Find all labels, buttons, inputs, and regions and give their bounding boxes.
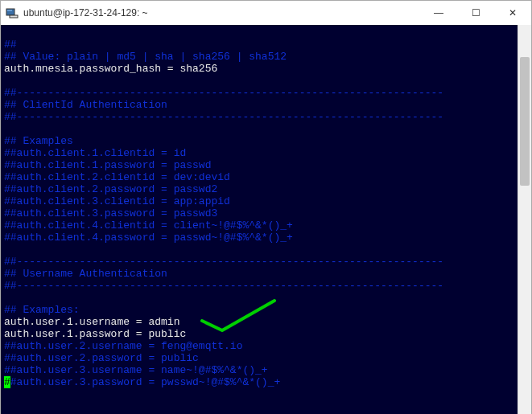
svg-rect-1 (10, 15, 18, 18)
term-line: ##auth.client.4.password = passwd~!@#$%^… (4, 232, 293, 244)
window-title: ubuntu@ip-172-31-24-129: ~ (23, 7, 148, 18)
scrollbar[interactable] (518, 25, 531, 414)
term-line: ##auth.user.3.password = pwsswd~!@#$%^&*… (4, 376, 280, 388)
term-line-rest: #auth.user.3.password = pwsswd~!@#$%^&*(… (10, 376, 280, 388)
checkmark-icon (194, 297, 282, 337)
term-line: auth.mnesia.password_hash = sha256 (4, 63, 217, 75)
term-line: ##auth.user.3.username = name~!@#$%^&*()… (4, 364, 268, 376)
term-line: ##--------------------------------------… (4, 111, 443, 123)
term-line: ##auth.client.3.clientid = app:appid (4, 195, 230, 207)
cursor: # (4, 376, 10, 388)
scrollbar-thumb[interactable] (520, 57, 530, 186)
term-line: auth.user.1.password = public (4, 328, 186, 340)
term-line: ##auth.client.2.password = passwd2 (4, 183, 217, 195)
titlebar[interactable]: ubuntu@ip-172-31-24-129: ~ — ☐ ✕ (1, 1, 531, 25)
term-line: ## (4, 39, 17, 51)
term-line: ## Username Authentication (4, 268, 167, 280)
close-icon: ✕ (509, 7, 517, 18)
term-line: ## Examples (4, 135, 73, 147)
putty-icon (6, 6, 19, 19)
maximize-button[interactable]: ☐ (457, 1, 494, 25)
close-button[interactable]: ✕ (494, 1, 531, 25)
term-line: ##auth.client.1.password = passwd (4, 159, 211, 171)
app-window: ubuntu@ip-172-31-24-129: ~ — ☐ ✕ ## ## V… (0, 0, 532, 414)
term-line: ##--------------------------------------… (4, 256, 443, 268)
term-line: ##auth.client.3.password = passwd3 (4, 207, 217, 219)
maximize-icon: ☐ (472, 7, 480, 18)
svg-rect-0 (6, 9, 14, 15)
minimize-icon: — (434, 7, 443, 18)
term-line: auth.user.1.username = admin (4, 316, 179, 328)
term-line: ##auth.user.2.password = public (4, 352, 199, 364)
term-line: ##--------------------------------------… (4, 280, 443, 292)
term-line: ##--------------------------------------… (4, 87, 443, 99)
term-line: ## ClientId Authentication (4, 99, 167, 111)
term-line: ## Examples: (4, 304, 80, 316)
terminal[interactable]: ## ## Value: plain | md5 | sha | sha256 … (1, 25, 518, 414)
term-line: ##auth.client.2.clientid = dev:devid (4, 171, 230, 183)
client-area: ## ## Value: plain | md5 | sha | sha256 … (1, 25, 531, 414)
term-line: ##auth.user.2.username = feng@emqtt.io (4, 340, 242, 352)
minimize-button[interactable]: — (420, 1, 457, 25)
term-line: ##auth.client.4.clientid = client~!@#$%^… (4, 219, 293, 232)
term-line: ## Value: plain | md5 | sha | sha256 | s… (4, 51, 287, 63)
term-line: ##auth.client.1.clientid = id (4, 147, 186, 159)
